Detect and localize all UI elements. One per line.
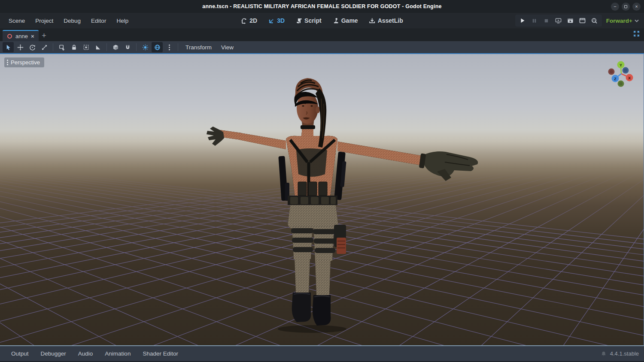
movie-maker-button[interactable] — [589, 15, 600, 26]
local-space-cube-icon — [112, 44, 119, 51]
menu-debug[interactable]: Debug — [59, 15, 85, 26]
renderer-dropdown[interactable]: Forward+ — [606, 18, 640, 24]
scene-tab-label: anne — [15, 33, 28, 39]
transform-menu[interactable]: Transform — [181, 42, 216, 52]
axis-gizmo[interactable]: Y X Z — [604, 57, 640, 91]
ruler-icon — [95, 44, 101, 51]
snap-magnet-icon — [125, 44, 131, 51]
titlebar: anne.tscn - REALISTIC MILITARY AFRICAN F… — [0, 0, 644, 13]
sun-icon — [142, 44, 149, 51]
play-button[interactable] — [517, 15, 528, 26]
toolbar-separator — [53, 43, 53, 51]
viewport-3d[interactable]: Perspective Y X Z — [0, 53, 644, 346]
stop-button[interactable] — [541, 15, 552, 26]
run-toolbar: Forward+ — [515, 15, 640, 27]
preview-sunlight-button[interactable] — [140, 42, 151, 52]
bottom-tab-animation[interactable]: Animation — [100, 348, 136, 359]
select-mode-button[interactable] — [3, 42, 14, 52]
pause-icon — [532, 18, 537, 24]
scale-mode-button[interactable] — [39, 42, 50, 52]
renderer-label: Forward+ — [606, 18, 632, 24]
assetlib-label: AssetLib — [378, 17, 403, 24]
character-shadow — [278, 325, 346, 333]
stop-icon — [544, 18, 549, 24]
pause-button[interactable] — [529, 15, 540, 26]
notification-bell-icon[interactable] — [601, 351, 607, 357]
close-icon: × — [635, 4, 638, 9]
toolbar-separator — [106, 43, 107, 51]
assetlib-icon — [369, 18, 376, 24]
menu-editor[interactable]: Editor — [87, 15, 110, 26]
window-controls: − × — [611, 0, 641, 13]
more-options-icon — [168, 44, 170, 51]
tab-game[interactable]: Game — [329, 15, 362, 26]
svg-text:Y: Y — [620, 63, 622, 67]
character-model[interactable] — [0, 54, 644, 346]
local-space-button[interactable] — [110, 42, 121, 52]
window-title: anne.tscn - REALISTIC MILITARY AFRICAN F… — [202, 3, 441, 9]
svg-text:X: X — [628, 76, 631, 80]
bottom-tab-output[interactable]: Output — [6, 348, 34, 359]
select-arrow-icon — [5, 44, 12, 51]
menu-project[interactable]: Project — [31, 15, 58, 26]
game-label: Game — [341, 17, 358, 24]
move-icon — [17, 44, 24, 51]
lock-button[interactable] — [68, 42, 79, 52]
rotate-mode-button[interactable] — [27, 42, 38, 52]
group-icon — [83, 44, 89, 51]
projection-label: Perspective — [11, 59, 40, 66]
play-scene-icon — [567, 18, 574, 24]
preview-options-button[interactable] — [164, 42, 175, 52]
view-menu-pill[interactable]: Perspective — [4, 57, 44, 67]
add-scene-tab-button[interactable]: + — [39, 30, 50, 41]
script-icon — [296, 18, 302, 24]
play-custom-scene-button[interactable] — [577, 15, 588, 26]
svg-text:Z: Z — [614, 77, 617, 81]
tab-2d[interactable]: 2D — [237, 15, 261, 26]
list-select-icon — [59, 44, 65, 51]
menu-scene[interactable]: Scene — [4, 15, 29, 26]
tab-script[interactable]: Script — [292, 15, 325, 26]
tab-assetlib[interactable]: AssetLib — [365, 15, 407, 26]
menu-help[interactable]: Help — [112, 15, 133, 26]
maximize-icon — [624, 5, 627, 8]
3d-icon — [268, 18, 275, 24]
scale-icon — [41, 44, 48, 51]
view-menu[interactable]: View — [217, 42, 238, 52]
bottom-tab-debugger[interactable]: Debugger — [36, 348, 71, 359]
move-mode-button[interactable] — [15, 42, 26, 52]
2d-icon — [241, 18, 247, 24]
group-button[interactable] — [80, 42, 91, 52]
godot-editor-window: anne.tscn - REALISTIC MILITARY AFRICAN F… — [0, 0, 644, 362]
rotate-icon — [29, 44, 36, 51]
maximize-button[interactable] — [622, 3, 630, 11]
version-label: 4.4.1.stable — [610, 350, 639, 357]
preview-environment-button[interactable] — [152, 42, 163, 52]
editor-mode-switcher: 2D 3D Script Game AssetLib — [237, 15, 407, 26]
movie-maker-icon — [591, 18, 598, 24]
list-select-button[interactable] — [56, 42, 67, 52]
remote-debug-button[interactable] — [553, 15, 564, 26]
expand-viewport-button[interactable] — [633, 30, 640, 37]
spatial-toolbar: Transform View — [0, 41, 644, 53]
view-menu-dots-icon — [7, 60, 8, 65]
close-tab-icon[interactable]: × — [31, 33, 34, 39]
menubar: Scene Project Debug Editor Help 2D 3D Sc… — [0, 13, 644, 28]
main-menus: Scene Project Debug Editor Help — [4, 15, 133, 26]
minimize-button[interactable]: − — [611, 3, 619, 11]
game-icon — [333, 18, 339, 24]
lock-icon — [71, 44, 77, 51]
bottom-tab-audio[interactable]: Audio — [73, 348, 98, 359]
snap-button[interactable] — [122, 42, 133, 52]
toolbar-separator — [178, 43, 178, 51]
play-custom-scene-icon — [579, 18, 586, 24]
close-button[interactable]: × — [632, 3, 641, 11]
play-scene-button[interactable] — [565, 15, 576, 26]
tab-3d[interactable]: 3D — [264, 15, 289, 26]
2d-label: 2D — [249, 17, 257, 24]
play-icon — [519, 18, 526, 24]
scene-tab-anne[interactable]: anne × — [3, 30, 39, 41]
chevron-down-icon — [635, 19, 639, 22]
bottom-tab-shader-editor[interactable]: Shader Editor — [137, 348, 183, 359]
ruler-button[interactable] — [92, 42, 103, 52]
